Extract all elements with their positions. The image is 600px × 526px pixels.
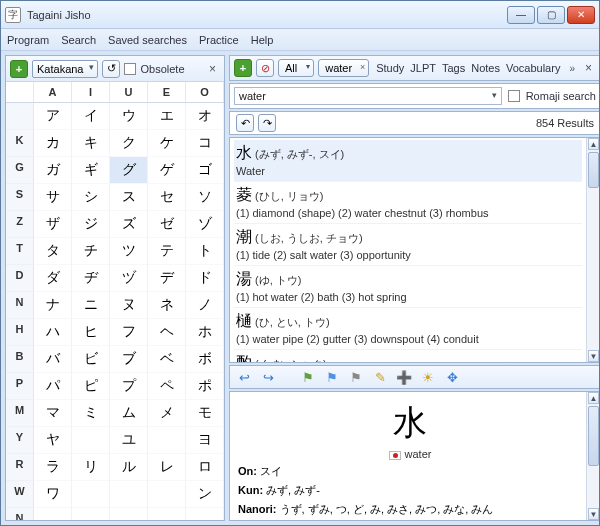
move-icon[interactable]: ✥ <box>444 369 460 385</box>
result-entry[interactable]: 水 (みず, みず-, スイ)Water <box>234 140 582 182</box>
kana-cell[interactable]: ユ <box>110 427 148 454</box>
flag-blue-icon[interactable]: ⚑ <box>324 369 340 385</box>
kana-cell[interactable]: プ <box>110 373 148 400</box>
result-entry[interactable]: 潮 (しお, うしお, チョウ)(1) tide (2) salt water … <box>234 224 582 266</box>
kana-cell[interactable]: サ <box>34 184 72 211</box>
menu-program[interactable]: Program <box>7 34 49 46</box>
kana-cell[interactable]: ゲ <box>148 157 186 184</box>
toolbar-jlpt[interactable]: JLPT <box>407 62 439 74</box>
kana-cell[interactable]: ツ <box>110 238 148 265</box>
toolbar-overflow[interactable]: » <box>567 63 577 74</box>
kana-cell[interactable]: チ <box>72 238 110 265</box>
kana-cell[interactable]: ミ <box>72 400 110 427</box>
kana-cell[interactable]: ペ <box>148 373 186 400</box>
kana-cell[interactable]: ル <box>110 454 148 481</box>
kana-cell[interactable]: ヘ <box>148 319 186 346</box>
star-icon[interactable]: ☀ <box>420 369 436 385</box>
panel-close-icon[interactable]: × <box>205 62 220 76</box>
kana-cell[interactable]: ロ <box>186 454 224 481</box>
kana-cell[interactable]: ギ <box>72 157 110 184</box>
kana-cell[interactable]: メ <box>148 400 186 427</box>
kana-cell[interactable]: ネ <box>148 292 186 319</box>
romaji-checkbox[interactable] <box>508 90 520 102</box>
kana-cell[interactable]: ボ <box>186 346 224 373</box>
reset-button[interactable]: ↺ <box>102 60 120 78</box>
kana-cell[interactable]: ワ <box>34 481 72 508</box>
toolbar-vocabulary[interactable]: Vocabulary <box>503 62 563 74</box>
kana-cell[interactable]: ク <box>110 130 148 157</box>
kana-cell[interactable]: カ <box>34 130 72 157</box>
kana-cell[interactable]: ガ <box>34 157 72 184</box>
kana-cell[interactable]: ポ <box>186 373 224 400</box>
kana-cell[interactable]: ヨ <box>186 427 224 454</box>
kana-cell[interactable]: エ <box>148 103 186 130</box>
kana-cell[interactable]: デ <box>148 265 186 292</box>
menu-help[interactable]: Help <box>251 34 274 46</box>
kana-cell[interactable]: ビ <box>72 346 110 373</box>
back-button[interactable]: ↶ <box>236 114 254 132</box>
kana-cell[interactable]: フ <box>110 319 148 346</box>
kana-cell[interactable]: ベ <box>148 346 186 373</box>
close-button[interactable]: ✕ <box>567 6 595 24</box>
kana-cell[interactable]: ケ <box>148 130 186 157</box>
menu-search[interactable]: Search <box>61 34 96 46</box>
menu-saved-searches[interactable]: Saved searches <box>108 34 187 46</box>
detail-scrollbar[interactable]: ▲▼ <box>586 392 600 520</box>
kana-cell[interactable]: ゼ <box>148 211 186 238</box>
kana-cell[interactable]: ノ <box>186 292 224 319</box>
add-icon[interactable]: ➕ <box>396 369 412 385</box>
maximize-button[interactable]: ▢ <box>537 6 565 24</box>
kana-cell[interactable]: レ <box>148 454 186 481</box>
kana-cell[interactable]: バ <box>34 346 72 373</box>
kana-cell[interactable]: リ <box>72 454 110 481</box>
add-button[interactable]: + <box>10 60 28 78</box>
kana-cell[interactable]: ト <box>186 238 224 265</box>
flag-green-icon[interactable]: ⚑ <box>300 369 316 385</box>
minimize-button[interactable]: — <box>507 6 535 24</box>
kana-cell[interactable]: ア <box>34 103 72 130</box>
kana-cell[interactable]: ザ <box>34 211 72 238</box>
kana-cell[interactable]: モ <box>186 400 224 427</box>
edit-icon[interactable]: ✎ <box>372 369 388 385</box>
kana-cell[interactable]: ブ <box>110 346 148 373</box>
kana-cell[interactable]: ゴ <box>186 157 224 184</box>
kana-cell[interactable]: グ <box>110 157 148 184</box>
kana-cell[interactable]: パ <box>34 373 72 400</box>
stop-icon[interactable]: ⊘ <box>256 59 274 77</box>
kana-cell[interactable]: ピ <box>72 373 110 400</box>
result-entry[interactable]: 湯 (ゆ, トウ)(1) hot water (2) bath (3) hot … <box>234 266 582 308</box>
kana-cell[interactable]: セ <box>148 184 186 211</box>
kana-cell[interactable]: ハ <box>34 319 72 346</box>
kana-cell[interactable]: ズ <box>110 211 148 238</box>
forward-button[interactable]: ↷ <box>258 114 276 132</box>
menu-practice[interactable]: Practice <box>199 34 239 46</box>
toolbar-close-icon[interactable]: × <box>581 61 596 75</box>
kana-cell[interactable]: コ <box>186 130 224 157</box>
filter-term[interactable]: water× <box>318 59 369 77</box>
kana-cell[interactable]: ダ <box>34 265 72 292</box>
kana-cell[interactable]: ヂ <box>72 265 110 292</box>
kana-cell[interactable]: ヌ <box>110 292 148 319</box>
kana-cell[interactable]: ヒ <box>72 319 110 346</box>
toolbar-tags[interactable]: Tags <box>439 62 468 74</box>
filter-all[interactable]: All <box>278 59 314 77</box>
kana-cell[interactable]: ム <box>110 400 148 427</box>
kana-cell[interactable]: キ <box>72 130 110 157</box>
toolbar-notes[interactable]: Notes <box>468 62 503 74</box>
toolbar-study[interactable]: Study <box>373 62 407 74</box>
kana-cell[interactable]: タ <box>34 238 72 265</box>
kana-cell[interactable]: ヤ <box>34 427 72 454</box>
kana-cell[interactable]: ヅ <box>110 265 148 292</box>
kana-cell[interactable]: ス <box>110 184 148 211</box>
kana-cell[interactable]: ジ <box>72 211 110 238</box>
flag-gray-icon[interactable]: ⚑ <box>348 369 364 385</box>
kana-cell[interactable]: ホ <box>186 319 224 346</box>
kana-cell[interactable]: ニ <box>72 292 110 319</box>
nav-fwd-icon[interactable]: ↪ <box>260 369 276 385</box>
kana-cell[interactable]: マ <box>34 400 72 427</box>
result-entry[interactable]: 菱 (ひし, リョウ)(1) diamond (shape) (2) water… <box>234 182 582 224</box>
result-entry[interactable]: 酌 (く.む, シャク)(1) bar-tending (2) serving … <box>234 350 582 362</box>
results-scrollbar[interactable]: ▲▼ <box>586 138 600 362</box>
nav-back-icon[interactable]: ↩ <box>236 369 252 385</box>
search-input[interactable]: water <box>234 87 502 105</box>
